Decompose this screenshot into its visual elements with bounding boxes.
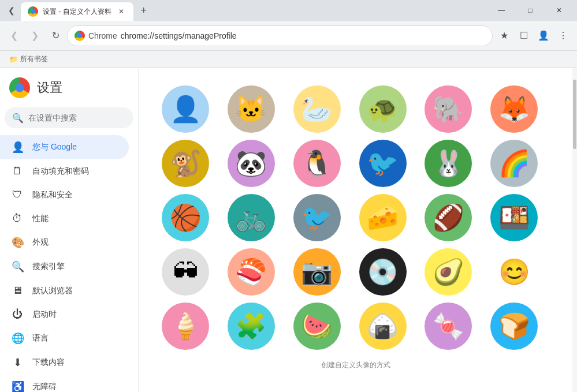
sidebar-item-autofill[interactable]: 🗒 自动填充和密码 [0, 159, 129, 183]
avatar-candy[interactable]: 🍬 [425, 303, 472, 350]
tab-close-button[interactable]: ✕ [116, 6, 126, 17]
avatar-origami-fox[interactable]: 🦊 [490, 85, 538, 133]
folder-icon: 📁 [9, 55, 18, 64]
search-icon: 🔍 [12, 113, 24, 124]
titlebar: ❮ 设置 - 自定义个人资料 ✕ + — □ ✕ [0, 0, 577, 21]
sidebar-label-privacy: 隐私和安全 [32, 190, 73, 200]
scrollbar-thumb[interactable] [573, 80, 576, 149]
avatar-bread[interactable]: 🍞 [490, 303, 538, 350]
sidebar-icon-performance: ⏱ [12, 212, 23, 225]
active-tab[interactable]: 设置 - 自定义个人资料 ✕ [21, 2, 133, 21]
chrome-logo [9, 77, 30, 98]
chrome-label: Chrome [88, 31, 117, 40]
minimize-button[interactable]: — [488, 1, 515, 20]
sidebar-icon-accessibility: ♿ [12, 380, 23, 392]
sidebar-item-accessibility[interactable]: ♿ 无障碍 [0, 375, 129, 392]
sidebar-nav: 👤 您与 Google 🗒 自动填充和密码 🛡 隐私和安全 ⏱ 性能 🎨 外观 … [0, 133, 138, 392]
avatar-origami-crane1[interactable]: 🦢 [293, 85, 341, 133]
site-info-icon [75, 31, 85, 41]
sidebar-item-language[interactable]: 🌐 语言 [0, 326, 129, 350]
sidebar-icon-appearance: 🎨 [12, 236, 23, 249]
avatar-penguin[interactable]: 🐧 [293, 140, 341, 187]
content-scrollbar [572, 68, 577, 392]
avatar-basketball[interactable]: 🏀 [162, 194, 209, 241]
sidebar-item-download[interactable]: ⬇ 下载内容 [0, 350, 129, 375]
bookmark-button[interactable]: ★ [495, 27, 513, 45]
sidebar-item-google[interactable]: 👤 您与 Google [0, 135, 129, 159]
address-bar[interactable]: Chrome chrome://settings/manageProfile [67, 25, 493, 46]
avatar-rugby[interactable]: 🏈 [425, 194, 472, 241]
sidebar-label-download: 下载内容 [32, 357, 65, 368]
sidebar-label-accessibility: 无障碍 [32, 382, 57, 392]
avatar-origami-bird[interactable]: 🐦 [359, 140, 407, 187]
search-input[interactable] [28, 113, 129, 122]
avatar-grid: 👤🐱🦢🐢🐘🦊🐒🐼🐧🐦🐰🌈🏀🚲🐦🧀🏈🍱🕶🍣📷💿🥑😊🍦🧩🍉🍙🍬🍞 [162, 80, 549, 356]
avatar-monkey[interactable]: 🐒 [162, 140, 209, 187]
sidebar-icon-download: ⬇ [12, 356, 23, 369]
browser-toolbar: ❮ ❯ ↻ Chrome chrome://settings/managePro… [0, 21, 577, 51]
sidebar-label-language: 语言 [32, 333, 49, 344]
avatar-cheese[interactable]: 🧀 [359, 194, 407, 241]
avatar-bird[interactable]: 🐦 [293, 194, 341, 241]
settings-title: 设置 [37, 79, 62, 96]
search-box[interactable]: 🔍 [5, 107, 133, 128]
avatar-watermelon[interactable]: 🍉 [293, 303, 341, 350]
forward-button[interactable]: ❯ [25, 27, 44, 45]
avatar-rabbit[interactable]: 🐰 [425, 140, 472, 187]
search-container: 🔍 [0, 107, 138, 133]
sidebar-item-privacy[interactable]: 🛡 隐私和安全 [0, 183, 129, 207]
sidebar-label-search: 搜索引擎 [32, 262, 65, 272]
bookmarks-bar: 📁 所有书签 [0, 51, 577, 68]
sidebar-item-performance[interactable]: ⏱ 性能 [0, 207, 129, 230]
sidebar: 设置 🔍 👤 您与 Google 🗒 自动填充和密码 🛡 隐私和安全 ⏱ 性能 … [0, 68, 139, 392]
settings-header: 设置 [0, 73, 138, 107]
url-text: chrome://settings/manageProfile [121, 31, 485, 40]
avatar-puzzle[interactable]: 🧩 [228, 303, 275, 350]
avatar-riceball[interactable]: 🍙 [359, 303, 407, 350]
avatar-camera[interactable]: 📷 [293, 248, 341, 296]
sidebar-icon-autofill: 🗒 [12, 165, 23, 177]
sidebar-item-browser[interactable]: 🖥 默认浏览器 [0, 279, 129, 303]
avatar-origami-turtle[interactable]: 🐢 [359, 85, 407, 133]
sidebar-icon-browser: 🖥 [12, 285, 23, 297]
bookmarks-label: 所有书签 [20, 54, 48, 64]
avatar-smiley[interactable]: 😊 [490, 248, 538, 296]
avatar-panda[interactable]: 🐼 [228, 140, 275, 187]
avatar-avocado[interactable]: 🥑 [425, 248, 472, 296]
avatar-origami-elephant[interactable]: 🐘 [425, 85, 472, 133]
sidebar-icon-privacy: 🛡 [12, 189, 23, 201]
maximize-button[interactable]: □ [517, 1, 544, 20]
sidebar-icon-language: 🌐 [12, 332, 23, 345]
sidebar-item-appearance[interactable]: 🎨 外观 [0, 230, 129, 255]
reading-list-button[interactable]: ☐ [515, 27, 533, 45]
avatar-sushi[interactable]: 🍣 [228, 248, 275, 296]
avatar-rainbow[interactable]: 🌈 [490, 140, 538, 187]
menu-button[interactable]: ⋮ [554, 27, 572, 45]
main-area: 设置 🔍 👤 您与 Google 🗒 自动填充和密码 🛡 隐私和安全 ⏱ 性能 … [0, 68, 577, 392]
sidebar-item-search[interactable]: 🔍 搜索引擎 [0, 255, 129, 279]
avatar-cat[interactable]: 🐱 [228, 85, 275, 133]
avatar-sunglasses[interactable]: 🕶 [162, 248, 209, 296]
avatar-icecream[interactable]: 🍦 [162, 303, 209, 350]
sidebar-label-appearance: 外观 [32, 237, 49, 248]
sidebar-item-startup[interactable]: ⏻ 启动时 [0, 303, 129, 326]
tab-prev-button[interactable]: ❮ [5, 3, 18, 17]
bottom-hint: 创建自定义头像的方式 [162, 356, 549, 375]
avatar-person[interactable]: 👤 [162, 85, 209, 133]
refresh-button[interactable]: ↻ [46, 27, 65, 45]
avatar-sushi-plate[interactable]: 🍱 [490, 194, 538, 241]
avatar-bicycle[interactable]: 🚲 [228, 194, 275, 241]
sidebar-icon-startup: ⏻ [12, 308, 23, 320]
sidebar-label-autofill: 自动填充和密码 [32, 166, 89, 177]
new-tab-button[interactable]: + [136, 2, 152, 18]
profile-button[interactable]: 👤 [534, 27, 553, 45]
sidebar-label-google: 您与 Google [32, 142, 77, 152]
back-button[interactable]: ❮ [5, 27, 23, 45]
avatar-vinyl[interactable]: 💿 [359, 248, 407, 296]
close-button[interactable]: ✕ [546, 1, 572, 20]
tab-favicon [28, 6, 38, 17]
all-bookmarks[interactable]: 📁 所有书签 [5, 53, 53, 65]
sidebar-label-performance: 性能 [32, 214, 49, 224]
sidebar-label-startup: 启动时 [32, 309, 57, 320]
sidebar-icon-google: 👤 [12, 141, 23, 154]
